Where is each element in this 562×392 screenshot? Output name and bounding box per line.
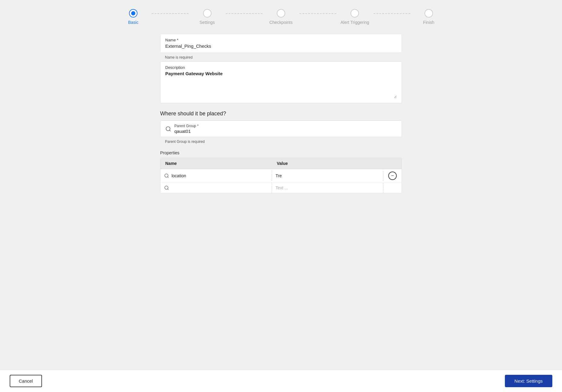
step-label-alert: Alert Triggering bbox=[341, 20, 369, 25]
name-validation: Name is required bbox=[160, 54, 402, 61]
col-header-value: Value bbox=[272, 158, 383, 169]
step-label-checkpoints: Checkpoints bbox=[269, 20, 292, 25]
parent-group-field: Parent Group * bbox=[160, 121, 402, 137]
parent-group-section: Parent Group * bbox=[160, 120, 402, 137]
col-header-action bbox=[383, 158, 402, 169]
step-label-basic: Basic bbox=[128, 20, 138, 25]
step-circle-settings bbox=[203, 9, 212, 18]
footer: Cancel Next: Settings bbox=[0, 370, 562, 392]
step-checkpoints[interactable]: Checkpoints bbox=[263, 9, 299, 25]
description-input[interactable] bbox=[165, 71, 397, 98]
row1-remove-button[interactable]: − bbox=[388, 172, 397, 180]
placement-title: Where should it be placed? bbox=[160, 111, 402, 117]
row2-name-cell bbox=[160, 183, 272, 193]
connector-2 bbox=[226, 13, 263, 14]
name-field: Name * bbox=[160, 34, 402, 53]
connector-4 bbox=[373, 13, 410, 14]
svg-line-3 bbox=[168, 177, 169, 178]
name-section: Name * bbox=[160, 34, 402, 53]
description-field: Description bbox=[160, 62, 402, 103]
svg-line-5 bbox=[168, 189, 169, 190]
table-row bbox=[160, 183, 402, 193]
step-settings[interactable]: Settings bbox=[189, 9, 225, 25]
parent-group-inner: Parent Group * bbox=[174, 124, 232, 134]
next-button[interactable]: Next: Settings bbox=[505, 375, 552, 387]
svg-point-2 bbox=[165, 174, 168, 177]
col-header-name: Name bbox=[160, 158, 272, 169]
row2-value-input[interactable] bbox=[276, 185, 380, 190]
step-label-finish: Finish bbox=[423, 20, 434, 25]
step-circle-basic bbox=[129, 9, 137, 18]
row1-value-input[interactable] bbox=[276, 173, 380, 178]
step-circle-finish bbox=[425, 9, 433, 18]
parent-group-validation: Parent Group is required bbox=[160, 138, 402, 146]
step-circle-checkpoints bbox=[277, 9, 285, 18]
step-alert[interactable]: Alert Triggering bbox=[336, 9, 373, 25]
row2-name-input[interactable] bbox=[172, 185, 268, 190]
svg-point-4 bbox=[165, 186, 168, 189]
properties-table: Name Value − bbox=[160, 158, 402, 193]
step-label-settings: Settings bbox=[199, 20, 215, 25]
description-section: Description bbox=[160, 61, 402, 103]
row1-action-cell: − bbox=[383, 169, 402, 182]
parent-group-label: Parent Group * bbox=[174, 124, 232, 128]
name-input[interactable] bbox=[165, 43, 397, 49]
row2-value-cell bbox=[272, 183, 383, 193]
name-label: Name * bbox=[165, 38, 397, 42]
row1-value-cell bbox=[272, 171, 383, 181]
search-icon bbox=[165, 126, 171, 132]
properties-title: Properties bbox=[160, 150, 402, 155]
row2-search-icon bbox=[164, 185, 169, 191]
table-header: Name Value bbox=[160, 158, 402, 169]
description-label: Description bbox=[165, 65, 397, 70]
step-basic[interactable]: Basic bbox=[115, 9, 152, 25]
row2-action-cell bbox=[383, 185, 402, 190]
step-circle-alert bbox=[350, 9, 359, 18]
connector-1 bbox=[152, 13, 189, 14]
cancel-button[interactable]: Cancel bbox=[10, 375, 42, 387]
stepper: Basic Settings Checkpoints Alert Trigger… bbox=[115, 9, 447, 25]
step-finish[interactable]: Finish bbox=[410, 9, 447, 25]
svg-line-1 bbox=[170, 130, 171, 131]
table-row: − bbox=[160, 169, 402, 183]
row1-name-input[interactable] bbox=[172, 173, 268, 178]
minus-icon: − bbox=[391, 173, 394, 178]
row1-search-icon bbox=[164, 173, 169, 178]
row1-name-cell bbox=[160, 171, 272, 181]
connector-3 bbox=[299, 13, 336, 14]
svg-point-0 bbox=[166, 127, 170, 130]
parent-group-input[interactable] bbox=[174, 129, 232, 134]
form-container: Name * Name is required Description Wher… bbox=[160, 34, 402, 193]
